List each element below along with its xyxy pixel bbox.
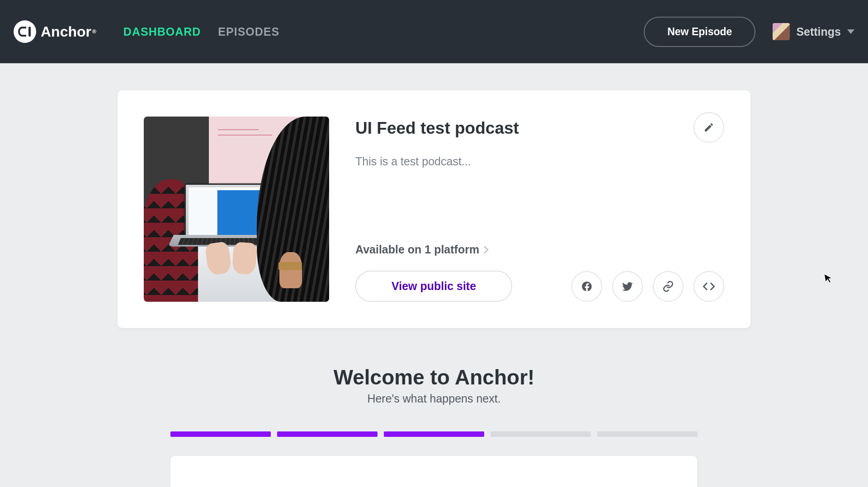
podcast-title: UI Feed test podcast xyxy=(355,119,724,138)
copy-link-button[interactable] xyxy=(653,271,684,302)
app-header: Anchor® DASHBOARD EPISODES New Episode S… xyxy=(0,0,868,63)
nav-episodes[interactable]: EPISODES xyxy=(218,25,279,38)
facebook-icon xyxy=(581,281,593,292)
available-platforms-link[interactable]: Available on 1 platform xyxy=(355,243,724,256)
embed-button[interactable] xyxy=(693,271,724,302)
twitter-icon xyxy=(621,280,634,293)
embed-icon xyxy=(703,280,715,293)
progress-step-4 xyxy=(491,431,591,437)
header-right: New Episode Settings xyxy=(644,17,854,47)
podcast-card: UI Feed test podcast This is a test podc… xyxy=(118,90,750,328)
nav-dashboard[interactable]: DASHBOARD xyxy=(123,25,201,38)
share-facebook-button[interactable] xyxy=(571,271,602,302)
progress-step-2 xyxy=(277,431,377,437)
podcast-info: UI Feed test podcast This is a test podc… xyxy=(355,117,724,302)
edit-podcast-button[interactable] xyxy=(693,112,724,143)
welcome-title: Welcome to Anchor! xyxy=(170,365,698,389)
progress-step-5 xyxy=(597,431,698,437)
podcast-artwork xyxy=(144,117,329,302)
podcast-description: This is a test podcast... xyxy=(355,155,724,168)
podcast-actions: View public site xyxy=(355,271,724,302)
registered-mark: ® xyxy=(92,28,96,35)
progress-step-3 xyxy=(384,431,484,437)
anchor-logo-icon xyxy=(14,20,36,43)
link-icon xyxy=(662,281,674,292)
view-public-site-button[interactable]: View public site xyxy=(355,271,512,302)
welcome-subtitle: Here's what happens next. xyxy=(170,392,698,405)
available-label: Available on 1 platform xyxy=(355,243,479,256)
share-twitter-button[interactable] xyxy=(612,271,643,302)
welcome-section: Welcome to Anchor! Here's what happens n… xyxy=(170,365,698,487)
settings-menu[interactable]: Settings xyxy=(773,23,854,40)
pencil-icon xyxy=(703,122,714,133)
settings-label: Settings xyxy=(796,25,841,38)
next-step-card xyxy=(170,456,697,487)
logo[interactable]: Anchor® xyxy=(14,20,96,43)
main-content: UI Feed test podcast This is a test podc… xyxy=(0,63,868,487)
new-episode-button[interactable]: New Episode xyxy=(644,17,755,47)
chevron-right-icon xyxy=(484,246,489,254)
chevron-down-icon xyxy=(847,29,854,34)
avatar xyxy=(773,23,790,40)
logo-text: Anchor xyxy=(41,23,91,40)
onboarding-progress xyxy=(170,431,698,437)
mouse-cursor-icon xyxy=(824,272,834,285)
artwork-image xyxy=(144,117,329,302)
main-nav: DASHBOARD EPISODES xyxy=(123,25,279,38)
progress-step-1 xyxy=(170,431,271,437)
